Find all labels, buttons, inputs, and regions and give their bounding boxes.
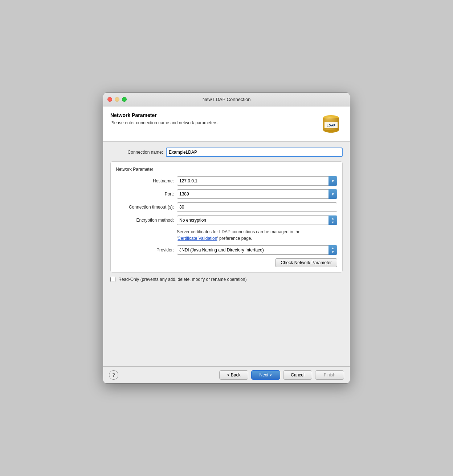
empty-space [110, 288, 343, 360]
form-area: Connection name: Network Parameter Hostn… [103, 142, 350, 366]
dialog-content: Network Parameter Please enter connectio… [103, 106, 350, 383]
page-description: Please enter connection name and network… [110, 120, 219, 125]
dialog-footer: ? < Back Next > Cancel Finish [103, 366, 350, 383]
hostname-row: Hostname: ▼ [116, 176, 337, 186]
help-button[interactable]: ? [109, 370, 118, 380]
header-text: Network Parameter Please enter connectio… [110, 112, 219, 125]
titlebar: New LDAP Connection [103, 93, 350, 106]
provider-wrapper: JNDI (Java Naming and Directory Interfac… [177, 245, 337, 255]
connection-name-row: Connection name: [110, 148, 343, 157]
timeout-label: Connection timeout (s): [116, 205, 174, 210]
back-button[interactable]: < Back [219, 370, 248, 380]
connection-name-input[interactable] [166, 148, 343, 157]
header-section: Network Parameter Please enter connectio… [103, 106, 350, 142]
port-row: Port: ▼ [116, 189, 337, 199]
provider-select[interactable]: JNDI (Java Naming and Directory Interfac… [177, 245, 337, 255]
readonly-checkbox[interactable] [110, 277, 115, 282]
window-title: New LDAP Connection [203, 97, 251, 102]
encryption-row: Encryption method: No encryption Use SSL… [116, 215, 337, 225]
hostname-label: Hostname: [116, 178, 174, 183]
provider-row: Provider: JNDI (Java Naming and Director… [116, 245, 337, 255]
port-input[interactable] [177, 189, 337, 199]
minimize-button[interactable] [115, 97, 119, 102]
network-parameter-group: Network Parameter Hostname: ▼ Port: ▼ [110, 161, 343, 273]
check-button-row: Check Network Parameter [116, 258, 337, 267]
finish-button[interactable]: Finish [315, 370, 344, 380]
dialog-window: New LDAP Connection Network Parameter Pl… [103, 93, 350, 383]
encryption-wrapper: No encryption Use SSL encryption (ldaps:… [177, 215, 337, 225]
port-wrapper: ▼ [177, 189, 337, 199]
close-button[interactable] [107, 97, 112, 102]
timeout-row: Connection timeout (s): [116, 202, 337, 212]
hostname-input[interactable] [177, 176, 337, 186]
svg-text:LDAP: LDAP [327, 124, 336, 127]
cancel-button[interactable]: Cancel [283, 370, 312, 380]
port-label: Port: [116, 191, 174, 197]
next-button[interactable]: Next > [251, 370, 280, 380]
hostname-wrapper: ▼ [177, 176, 337, 186]
encryption-select[interactable]: No encryption Use SSL encryption (ldaps:… [177, 215, 337, 225]
certificate-validation-link[interactable]: Certificate Validation [177, 236, 217, 241]
maximize-button[interactable] [122, 97, 127, 102]
traffic-lights [107, 97, 127, 102]
network-group-title: Network Parameter [116, 167, 337, 172]
ldap-icon: LDAP [319, 112, 343, 136]
timeout-input[interactable] [177, 202, 337, 212]
provider-label: Provider: [116, 247, 174, 253]
certificate-text: Server certificates for LDAP connections… [177, 229, 337, 242]
connection-name-label: Connection name: [110, 150, 163, 155]
encryption-label: Encryption method: [116, 218, 174, 223]
check-network-button[interactable]: Check Network Parameter [275, 258, 337, 267]
page-title: Network Parameter [110, 112, 219, 118]
readonly-label: Read-Only (prevents any add, delete, mod… [118, 277, 247, 282]
readonly-checkbox-row: Read-Only (prevents any add, delete, mod… [110, 277, 343, 282]
